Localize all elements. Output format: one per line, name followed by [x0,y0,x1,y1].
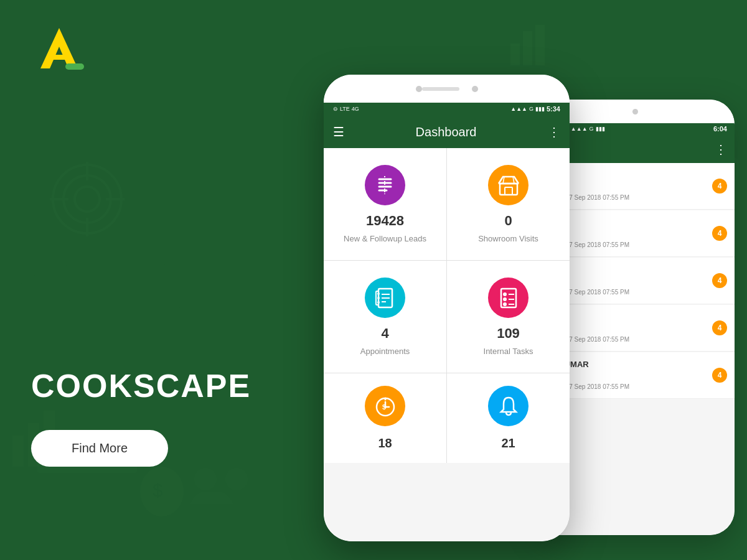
tasks-icon [488,278,529,318]
bell-cell[interactable]: 21 [447,373,570,463]
svg-rect-39 [48,55,70,60]
leads-icon [365,165,405,205]
appointments-cell[interactable]: 4 Appointments [324,261,446,373]
secondary-more-icon[interactable]: ⋮ [715,142,727,157]
tasks-cell[interactable]: 109 Internal Tasks [447,261,570,373]
more-icon[interactable]: ⋮ [548,124,560,139]
logo-area [31,25,255,75]
leads-cell[interactable]: 19428 New & Followup Leads [324,148,446,260]
timer-icon: $ [365,386,405,426]
showroom-cell[interactable]: 0 Showroom Visits [447,148,570,260]
secondary-camera [632,109,638,114]
main-status-bar: ⊖ LTE 4G ▲▲▲ G ▮▮▮ 5:34 [324,102,570,116]
dashboard-grid: 19428 New & Followup Leads [324,148,570,463]
svg-point-60 [503,292,507,296]
main-speaker [422,87,459,91]
list-item-date: 7 Sep 2018 07:55 PM [569,336,629,343]
main-toolbar: ☰ Dashboard ⋮ [324,116,570,148]
find-more-button[interactable]: Find More [31,430,168,467]
bell-icon [488,386,529,426]
svg-rect-46 [500,184,517,195]
list-item-count-badge: 4 [712,226,727,241]
appointments-count: 4 [381,325,388,342]
status-right: ▲▲▲ G ▮▮▮ 5:34 [510,105,560,113]
phone-main: ⊖ LTE 4G ▲▲▲ G ▮▮▮ 5:34 ☰ Dashboard ⋮ [324,75,570,541]
list-item-date: 7 Sep 2018 07:55 PM [569,383,629,390]
phone-main-inner: ⊖ LTE 4G ▲▲▲ G ▮▮▮ 5:34 ☰ Dashboard ⋮ [324,75,570,541]
svg-point-54 [377,297,380,299]
appointments-icon [365,278,405,318]
showroom-count: 0 [504,213,512,229]
main-sensor [472,86,478,92]
showroom-icon [488,165,529,205]
tasks-count: 109 [497,325,520,342]
brand-name: COOKSCAPE [31,367,251,404]
phone-main-notch [324,75,570,103]
svg-rect-47 [505,187,512,195]
list-item-date: 7 Sep 2018 07:55 PM [569,289,629,296]
timer-cell[interactable]: $ 18 [324,373,446,463]
svg-text:$: $ [382,403,386,411]
timer-count: 18 [378,436,392,450]
logo-icon [31,25,87,75]
main-front-camera [416,86,422,92]
appointments-label: Appointments [360,347,410,356]
list-item-date: 7 Sep 2018 07:55 PM [569,241,629,248]
bell-count: 21 [501,436,515,450]
list-item-date: 7 Sep 2018 07:55 PM [569,194,629,201]
svg-point-53 [377,292,380,295]
hamburger-icon[interactable]: ☰ [333,124,344,139]
tasks-label: Internal Tasks [484,347,533,356]
left-section: COOKSCAPE Find More [0,0,286,560]
svg-rect-40 [65,63,84,70]
secondary-time: 6:04 [713,125,727,133]
leads-label: New & Followup Leads [344,234,426,243]
leads-count: 19428 [366,213,404,229]
main-time: 5:34 [547,105,560,113]
svg-point-61 [503,297,507,301]
svg-point-55 [377,301,380,304]
list-item-count-badge: 4 [712,320,727,335]
svg-point-62 [503,302,507,306]
showroom-label: Showroom Visits [478,234,538,243]
status-icons: ⊖ LTE 4G [333,106,359,112]
list-item-count-badge: 4 [712,179,727,194]
list-item-count-badge: 4 [712,273,727,288]
list-item-count-badge: 4 [712,368,727,383]
phones-area: ⊙ LTE 4G ▲▲▲ G ▮▮▮ 6:04 ⋮ *** ★★★ [274,0,747,560]
toolbar-title: Dashboard [416,125,477,139]
